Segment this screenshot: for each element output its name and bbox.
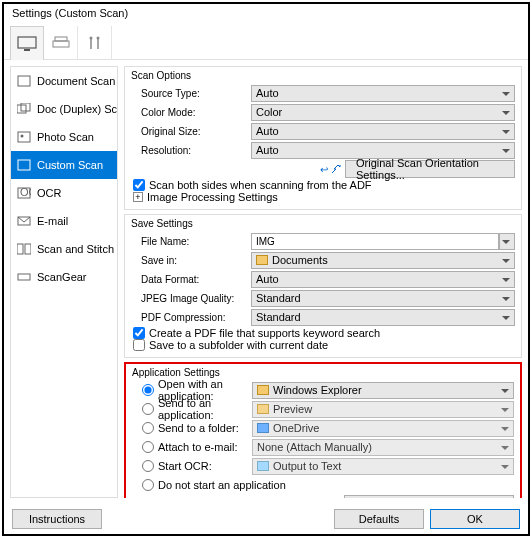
settings-window: Settings (Custom Scan) Document Scan Doc… xyxy=(2,2,530,536)
sidebar-item-photo-scan[interactable]: Photo Scan xyxy=(11,123,117,151)
svg-rect-13 xyxy=(18,160,30,170)
sidebar-item-ocr[interactable]: OCROCR xyxy=(11,179,117,207)
ocr-icon: OCR xyxy=(17,187,31,199)
sidebar-label: OCR xyxy=(37,187,61,199)
scanner-icon xyxy=(51,35,71,51)
start-ocr-radio[interactable]: Start OCR: xyxy=(142,460,252,472)
sidebar-item-doc-duplex[interactable]: Doc (Duplex) Scan xyxy=(11,95,117,123)
data-format-label: Data Format: xyxy=(131,274,251,285)
main-area: Document Scan Doc (Duplex) Scan Photo Sc… xyxy=(4,60,528,504)
svg-text:OCR: OCR xyxy=(20,187,31,198)
pdf-compression-label: PDF Compression: xyxy=(131,312,251,323)
sidebar-label: Document Scan xyxy=(37,75,115,87)
image-processing-expander[interactable]: +Image Processing Settings xyxy=(131,191,515,203)
scan-options-group: Scan Options Source Type:Auto Color Mode… xyxy=(124,66,522,210)
svg-rect-2 xyxy=(53,41,69,47)
open-with-select[interactable]: Windows Explorer xyxy=(252,382,514,399)
stitch-icon xyxy=(17,243,31,255)
application-settings-group: Application Settings Open with an applic… xyxy=(124,362,522,498)
tab-scan-from-panel[interactable] xyxy=(44,26,78,60)
original-size-select[interactable]: Auto xyxy=(251,123,515,140)
monitor-icon xyxy=(17,36,37,52)
jpeg-quality-label: JPEG Image Quality: xyxy=(131,293,251,304)
text-icon xyxy=(257,461,269,471)
attach-email-radio[interactable]: Attach to e-mail: xyxy=(142,441,252,453)
svg-rect-8 xyxy=(18,76,30,86)
attach-email-select[interactable]: None (Attach Manually) xyxy=(252,439,514,456)
reset-icon[interactable]: ↩ xyxy=(320,164,341,175)
toolbar xyxy=(4,26,528,60)
svg-point-6 xyxy=(89,37,92,40)
tab-general-settings[interactable] xyxy=(78,26,112,60)
footer: Instructions Defaults OK xyxy=(4,504,528,534)
folder-icon xyxy=(257,404,269,414)
document-icon xyxy=(17,75,31,87)
color-mode-label: Color Mode: xyxy=(131,107,251,118)
save-in-select[interactable]: Documents xyxy=(251,252,515,269)
send-folder-radio[interactable]: Send to a folder: xyxy=(142,422,252,434)
source-type-select[interactable]: Auto xyxy=(251,85,515,102)
window-title: Settings (Custom Scan) xyxy=(4,4,528,26)
file-name-dropdown[interactable] xyxy=(499,233,515,250)
scan-options-title: Scan Options xyxy=(131,70,515,81)
email-icon xyxy=(17,215,31,227)
resolution-select[interactable]: Auto xyxy=(251,142,515,159)
app-settings-title: Application Settings xyxy=(132,367,514,378)
sidebar-item-scan-stitch[interactable]: Scan and Stitch xyxy=(11,235,117,263)
save-settings-title: Save Settings xyxy=(131,218,515,229)
svg-rect-11 xyxy=(18,132,30,142)
plus-icon: + xyxy=(133,192,143,202)
sidebar: Document Scan Doc (Duplex) Scan Photo Sc… xyxy=(10,66,118,498)
send-folder-select[interactable]: OneDrive xyxy=(252,420,514,437)
sidebar-label: Custom Scan xyxy=(37,159,103,171)
jpeg-quality-select[interactable]: Standard xyxy=(251,290,515,307)
save-subfolder-checkbox[interactable]: Save to a subfolder with current date xyxy=(131,339,515,351)
original-size-label: Original Size: xyxy=(131,126,251,137)
start-ocr-select[interactable]: Output to Text xyxy=(252,458,514,475)
source-type-label: Source Type: xyxy=(131,88,251,99)
sidebar-item-document-scan[interactable]: Document Scan xyxy=(11,67,117,95)
color-mode-select[interactable]: Color xyxy=(251,104,515,121)
file-name-input[interactable] xyxy=(251,233,499,250)
more-functions-button[interactable]: More Functions xyxy=(344,495,514,498)
sidebar-item-email[interactable]: E-mail xyxy=(11,207,117,235)
explorer-icon xyxy=(257,385,269,395)
tools-icon xyxy=(85,35,105,51)
pdf-compression-select[interactable]: Standard xyxy=(251,309,515,326)
file-name-label: File Name: xyxy=(131,236,251,247)
svg-rect-0 xyxy=(18,37,36,48)
svg-rect-19 xyxy=(18,274,30,280)
create-pdf-checkbox[interactable]: Create a PDF file that supports keyword … xyxy=(131,327,515,339)
svg-point-7 xyxy=(96,37,99,40)
instructions-button[interactable]: Instructions xyxy=(12,509,102,529)
sidebar-label: E-mail xyxy=(37,215,68,227)
content-area: Scan Options Source Type:Auto Color Mode… xyxy=(124,66,522,498)
sidebar-label: Doc (Duplex) Scan xyxy=(37,103,117,115)
tab-scan-from-computer[interactable] xyxy=(10,26,44,60)
defaults-button[interactable]: Defaults xyxy=(334,509,424,529)
onedrive-icon xyxy=(257,423,269,433)
ok-button[interactable]: OK xyxy=(430,509,520,529)
svg-rect-1 xyxy=(24,49,30,51)
do-not-start-radio[interactable]: Do not start an application xyxy=(142,479,286,491)
send-app-select[interactable]: Preview xyxy=(252,401,514,418)
resolution-label: Resolution: xyxy=(131,145,251,156)
svg-rect-3 xyxy=(55,37,67,41)
sidebar-label: ScanGear xyxy=(37,271,87,283)
sidebar-label: Scan and Stitch xyxy=(37,243,114,255)
send-app-radio[interactable]: Send to an application: xyxy=(142,397,252,421)
data-format-select[interactable]: Auto xyxy=(251,271,515,288)
save-settings-group: Save Settings File Name: Save in:Documen… xyxy=(124,214,522,358)
sidebar-label: Photo Scan xyxy=(37,131,94,143)
custom-icon xyxy=(17,159,31,171)
sidebar-item-scangear[interactable]: ScanGear xyxy=(11,263,117,291)
svg-point-12 xyxy=(21,135,24,138)
folder-icon xyxy=(256,255,268,265)
svg-rect-18 xyxy=(25,244,31,254)
svg-rect-17 xyxy=(17,244,23,254)
sidebar-item-custom-scan[interactable]: Custom Scan xyxy=(11,151,117,179)
photo-icon xyxy=(17,131,31,143)
orientation-settings-button[interactable]: Original Scan Orientation Settings... xyxy=(345,160,515,178)
duplex-icon xyxy=(17,103,31,115)
scangear-icon xyxy=(17,271,31,283)
